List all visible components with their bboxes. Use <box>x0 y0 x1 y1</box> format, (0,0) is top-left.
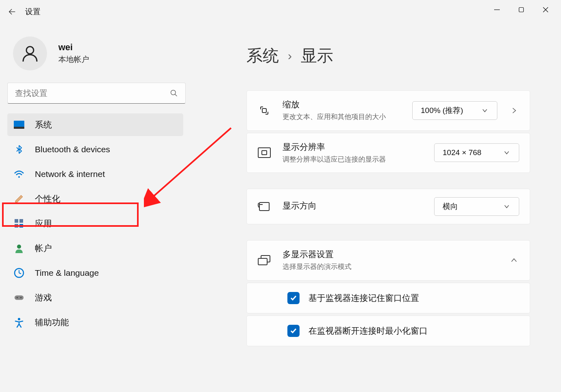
nav-label: 应用 <box>35 218 52 229</box>
search-box[interactable] <box>7 83 186 104</box>
person-icon <box>20 44 40 63</box>
breadcrumb-parent[interactable]: 系统 <box>246 45 279 67</box>
back-button[interactable] <box>7 7 17 17</box>
bluetooth-icon <box>14 144 24 155</box>
nav-label: Network & internet <box>35 169 105 179</box>
check-icon <box>290 294 297 302</box>
wifi-icon <box>14 169 24 179</box>
nav-label: Time & language <box>35 268 99 278</box>
nav-network[interactable]: Network & internet <box>7 163 183 185</box>
nav-system[interactable]: 系统 <box>7 113 183 136</box>
chevron-up-icon[interactable] <box>509 257 519 264</box>
chevron-down-icon <box>503 150 511 156</box>
apps-icon <box>14 218 24 229</box>
nav-bluetooth[interactable]: Bluetooth & devices <box>7 138 183 161</box>
card-scale[interactable]: 缩放 更改文本、应用和其他项目的大小 100% (推荐) <box>246 90 530 131</box>
resolution-dropdown[interactable]: 1024 × 768 <box>434 143 519 162</box>
multi-desc: 选择显示器的演示模式 <box>283 262 497 272</box>
nav-accessibility[interactable]: 辅助功能 <box>7 311 183 334</box>
card-resolution[interactable]: 显示分辨率 调整分辨率以适应已连接的显示器 1024 × 768 <box>246 133 530 173</box>
svg-line-18 <box>19 273 21 274</box>
check-remember[interactable]: 基于监视器连接记住窗口位置 <box>246 283 530 313</box>
close-button[interactable] <box>533 2 558 18</box>
scale-title: 缩放 <box>283 99 401 110</box>
orientation-value: 横向 <box>443 201 458 212</box>
check-label: 在监视器断开连接时最小化窗口 <box>308 325 428 337</box>
card-multimonitor[interactable]: 多显示器设置 选择显示器的演示模式 <box>246 240 530 281</box>
resolution-title: 显示分辨率 <box>283 141 423 153</box>
svg-point-22 <box>18 318 20 320</box>
nav-accounts[interactable]: 帐户 <box>7 237 183 260</box>
sidebar: wei 本地帐户 系统 Bluetooth & devices Network … <box>0 32 191 336</box>
svg-rect-1 <box>519 8 524 12</box>
nav-label: 辅助功能 <box>35 317 69 328</box>
svg-rect-26 <box>262 151 267 155</box>
svg-rect-30 <box>258 258 267 265</box>
nav-label: 系统 <box>35 119 52 130</box>
svg-point-6 <box>171 90 176 95</box>
main-content: 系统 › 显示 缩放 更改文本、应用和其他项目的大小 100% (推荐) 显示分… <box>246 45 530 348</box>
card-orientation[interactable]: 显示方向 横向 <box>246 189 530 224</box>
svg-rect-14 <box>19 224 23 228</box>
orientation-dropdown[interactable]: 横向 <box>434 197 519 216</box>
svg-rect-19 <box>15 295 24 300</box>
accessibility-icon <box>14 317 24 328</box>
check-label: 基于监视器连接记住窗口位置 <box>308 292 419 304</box>
back-icon <box>8 7 17 16</box>
scale-value: 100% (推荐) <box>421 105 463 116</box>
breadcrumb-sep: › <box>288 49 292 63</box>
maximize-button[interactable] <box>509 2 533 18</box>
svg-line-7 <box>175 94 177 96</box>
multi-title: 多显示器设置 <box>283 249 497 260</box>
nav-personalization[interactable]: 个性化 <box>7 187 183 210</box>
nav-apps[interactable]: 应用 <box>7 212 183 235</box>
chevron-right-icon[interactable] <box>509 107 519 114</box>
profile-name: wei <box>58 42 89 53</box>
minimize-button[interactable] <box>485 2 509 18</box>
brush-icon <box>14 194 24 204</box>
checkbox-remember[interactable] <box>287 292 300 304</box>
nav-gaming[interactable]: 游戏 <box>7 286 183 309</box>
breadcrumb-current: 显示 <box>301 45 333 67</box>
svg-point-15 <box>17 245 21 249</box>
svg-rect-13 <box>15 224 18 228</box>
resolution-value: 1024 × 768 <box>443 148 482 157</box>
svg-rect-9 <box>14 127 24 129</box>
system-icon <box>14 119 24 130</box>
avatar <box>13 36 47 70</box>
maximize-icon <box>518 7 524 13</box>
orientation-title: 显示方向 <box>283 200 423 211</box>
chevron-down-icon <box>481 108 489 113</box>
profile-sub: 本地帐户 <box>58 54 89 65</box>
resolution-icon <box>257 146 271 160</box>
account-icon <box>14 243 24 254</box>
svg-point-20 <box>17 297 18 298</box>
chevron-down-icon <box>503 204 511 209</box>
nav-label: 帐户 <box>35 243 52 254</box>
checkbox-minimize[interactable] <box>287 325 300 337</box>
svg-rect-27 <box>259 202 269 211</box>
search-input[interactable] <box>15 89 170 98</box>
nav-label: Bluetooth & devices <box>35 145 110 154</box>
gamepad-icon <box>14 292 24 303</box>
check-minimize[interactable]: 在监视器断开连接时最小化窗口 <box>246 315 530 346</box>
svg-rect-25 <box>258 148 270 158</box>
svg-rect-24 <box>262 109 266 113</box>
close-icon <box>543 7 548 13</box>
scale-icon <box>257 104 271 117</box>
app-title: 设置 <box>25 6 41 17</box>
profile[interactable]: wei 本地帐户 <box>7 32 183 83</box>
breadcrumb: 系统 › 显示 <box>246 45 530 67</box>
svg-point-5 <box>26 47 34 54</box>
resolution-desc: 调整分辨率以适应已连接的显示器 <box>283 154 423 165</box>
scale-desc: 更改文本、应用和其他项目的大小 <box>283 112 401 122</box>
svg-rect-12 <box>19 219 23 223</box>
check-icon <box>290 327 297 334</box>
nav-label: 游戏 <box>35 292 52 303</box>
svg-point-21 <box>20 297 21 298</box>
minimize-icon <box>494 7 500 13</box>
svg-point-10 <box>18 176 20 178</box>
scale-dropdown[interactable]: 100% (推荐) <box>412 101 497 120</box>
nav-time[interactable]: Time & language <box>7 262 183 284</box>
search-icon <box>170 89 178 97</box>
